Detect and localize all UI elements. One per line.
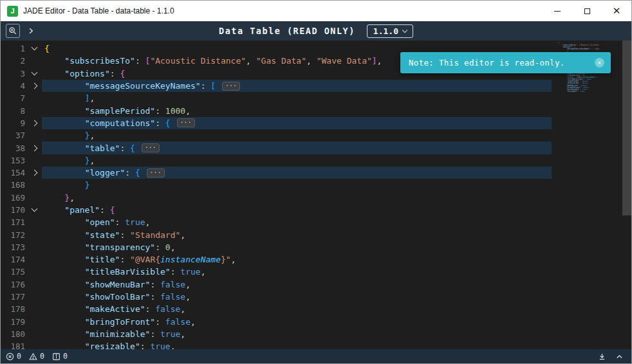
problems-errors[interactable]: 0 — [6, 352, 21, 361]
code-token: true — [180, 267, 200, 277]
code-line[interactable]: 179 "bringToFront": false, — [1, 316, 552, 328]
scroll-to-bottom-button[interactable] — [598, 352, 606, 361]
code-line[interactable]: 153 }, — [1, 154, 552, 167]
code-line[interactable]: 8 "samplePeriod": 1000, — [1, 104, 552, 116]
fold-collapsed-icon[interactable] — [31, 145, 37, 151]
fold-gutter — [26, 209, 42, 211]
toast-close-icon[interactable]: × — [595, 58, 604, 68]
line-number: 4 — [1, 81, 26, 91]
error-icon — [6, 352, 14, 361]
line-content: "messageSourceKeyNames": [ ··· — [42, 80, 552, 92]
magnifier-plus-icon — [8, 26, 17, 35]
version-dropdown[interactable]: 1.1.0 — [367, 24, 413, 38]
info-icon — [52, 352, 60, 361]
code-line[interactable]: 154 "logger": { ··· — [1, 167, 552, 179]
code-token: : — [155, 317, 165, 327]
code-token — [44, 255, 85, 264]
expand-button[interactable] — [24, 24, 38, 38]
line-content: } — [42, 179, 552, 191]
code-line[interactable]: 37 }, — [1, 129, 552, 141]
fold-collapsed-icon[interactable] — [31, 170, 37, 176]
code-token — [44, 304, 85, 314]
code-line[interactable]: 171 "open": true, — [1, 216, 552, 228]
code-line[interactable]: 169 }, — [1, 192, 552, 204]
zoom-button[interactable] — [6, 24, 20, 38]
code-token — [44, 56, 64, 66]
code-token: , — [171, 341, 176, 349]
minimize-button[interactable] — [543, 1, 572, 21]
code-token: } — [85, 131, 90, 140]
fold-expanded-icon[interactable] — [31, 206, 37, 212]
line-content: "titleBarVisible": true, — [42, 266, 552, 278]
fold-collapsed-icon[interactable] — [31, 83, 37, 89]
fold-expanded-icon[interactable] — [31, 44, 37, 51]
code-token: } — [64, 193, 70, 203]
titlebar: J JADE Editor - Data Table - data-table … — [1, 1, 631, 21]
line-content: }, — [42, 129, 552, 141]
code-line[interactable]: 180 "minimizable": true, — [1, 328, 552, 340]
code-line[interactable]: 177 "showToolBar": false, — [1, 291, 552, 303]
code-line[interactable]: 38 "table": { ··· — [1, 141, 552, 154]
code-line[interactable]: 170 "panel": { — [1, 204, 552, 216]
code-token: "title" — [85, 255, 120, 264]
code-token — [135, 143, 140, 153]
code-token — [171, 118, 176, 128]
code-token: "open" — [85, 217, 115, 227]
vertical-scrollbar[interactable] — [622, 41, 631, 349]
line-number: 168 — [1, 180, 26, 190]
maximize-button[interactable] — [572, 1, 602, 21]
code-token: "logger" — [85, 168, 125, 177]
code-line[interactable]: 7 ], — [1, 92, 552, 104]
code-token — [44, 292, 85, 302]
code-token: , — [70, 193, 75, 203]
code-line[interactable]: 175 "titleBarVisible": true, — [1, 266, 552, 278]
fold-collapsed-icon[interactable] — [31, 120, 37, 126]
code-token — [44, 329, 85, 339]
code-line[interactable]: 4 "messageSourceKeyNames": [ ··· — [1, 80, 552, 92]
code-line[interactable]: 9 "computations": { ··· — [1, 117, 552, 129]
code-token — [44, 280, 85, 289]
code-token: "@VAR{ — [130, 255, 160, 264]
code-token: "subscribesTo" — [64, 56, 135, 66]
problems-warnings[interactable]: 0 — [29, 352, 44, 361]
line-number: 176 — [1, 280, 26, 289]
code-line[interactable]: 176 "showMenuBar": false, — [1, 278, 552, 291]
editor-mode-title: Data Table (READ ONLY) — [219, 26, 355, 36]
code-token: false — [160, 280, 185, 289]
editor-toolbar: Data Table (READ ONLY) 1.1.0 — [1, 21, 631, 41]
line-number: 153 — [1, 156, 26, 165]
code-line[interactable]: 174 "title": "@VAR{instanceName}", — [1, 253, 552, 266]
code-token: : — [125, 168, 135, 177]
fold-expanded-icon[interactable] — [31, 69, 37, 75]
line-content: }, — [42, 154, 552, 167]
code-token: : — [155, 118, 165, 128]
code-editor[interactable]: 1{2 "subscribesTo": ["Acoustic Distance"… — [1, 41, 631, 349]
code-token: : — [201, 81, 211, 91]
code-lines: 1{2 "subscribesTo": ["Acoustic Distance"… — [1, 41, 631, 349]
code-line[interactable]: 172 "state": "Standard", — [1, 228, 552, 241]
code-token: : — [120, 230, 130, 240]
fold-gutter — [26, 170, 42, 175]
app-logo-icon: J — [7, 6, 18, 17]
scrollbar-thumb[interactable] — [622, 41, 631, 215]
code-line[interactable]: 173 "transparency": 0, — [1, 241, 552, 253]
problems-infos[interactable]: 0 — [52, 352, 68, 361]
code-line[interactable]: 178 "makeActive": false, — [1, 303, 552, 315]
line-number: 170 — [1, 205, 26, 215]
close-button[interactable]: ✕ — [602, 1, 631, 21]
code-token: , — [180, 230, 185, 240]
code-token: : — [171, 267, 181, 277]
code-token: [ — [210, 81, 216, 91]
code-line[interactable]: 181 "resizable": true, — [1, 340, 552, 349]
code-token: , — [180, 304, 185, 314]
code-line[interactable]: 168 } — [1, 179, 552, 191]
line-number: 169 — [1, 193, 26, 203]
fold-gutter — [26, 121, 42, 125]
line-number: 180 — [1, 329, 26, 339]
code-token: "transparency" — [85, 242, 156, 252]
code-token: true — [125, 217, 145, 227]
collapse-panel-button[interactable] — [615, 352, 624, 361]
code-token: "Wave Data" — [317, 56, 372, 66]
code-token: , — [191, 317, 196, 327]
code-token: "computations" — [85, 118, 156, 128]
